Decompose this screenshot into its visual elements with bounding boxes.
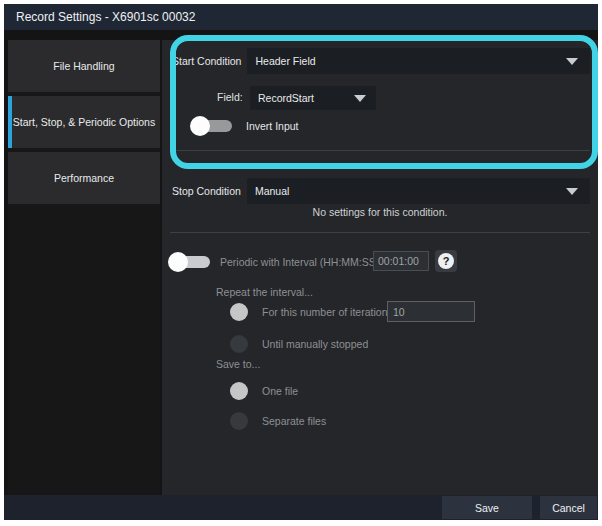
record-settings-dialog: Record Settings - X6901sc 00032 File Han… — [4, 4, 598, 520]
radio-separate-files[interactable] — [230, 412, 248, 430]
start-condition-dropdown[interactable]: Header Field — [247, 48, 590, 74]
radio-iterations-label: For this number of iterations — [262, 306, 393, 318]
toggle-knob — [190, 116, 210, 136]
chevron-down-icon — [566, 58, 578, 65]
stop-condition-label: Stop Condition — [170, 185, 247, 197]
radio-until-stopped[interactable] — [230, 335, 248, 353]
question-mark-icon: ? — [438, 253, 454, 269]
stop-condition-value: Manual — [247, 185, 289, 197]
radio-one-file-label: One file — [262, 385, 298, 397]
settings-panel: Start Condition Header Field Field: Reco… — [162, 40, 598, 495]
start-condition-row: Start Condition Header Field — [170, 48, 590, 74]
interval-input[interactable] — [373, 251, 429, 271]
sidebar: File Handling Start, Stop, & Periodic Op… — [8, 40, 160, 495]
iterations-input[interactable] — [387, 301, 475, 322]
periodic-interval-label: Periodic with Interval (HH:MM:SS): — [220, 256, 382, 268]
repeat-interval-label: Repeat the interval... — [216, 286, 313, 298]
no-settings-message: No settings for this condition. — [162, 206, 598, 218]
dialog-footer: Save Cancel — [4, 495, 598, 520]
invert-input-label: Invert Input — [246, 120, 299, 132]
sidebar-item-performance[interactable]: Performance — [8, 152, 160, 204]
start-condition-label: Start Condition — [170, 55, 247, 67]
toggle-knob — [168, 252, 188, 272]
start-condition-value: Header Field — [247, 55, 315, 67]
field-dropdown[interactable]: RecordStart — [250, 86, 376, 110]
radio-separate-files-label: Separate files — [262, 415, 326, 427]
sidebar-item-file-handling[interactable]: File Handling — [8, 40, 160, 92]
help-button[interactable]: ? — [435, 250, 457, 272]
sidebar-item-label: Performance — [54, 172, 114, 184]
radio-until-stopped-label: Until manually stopped — [262, 338, 368, 350]
sidebar-item-start-stop-periodic[interactable]: Start, Stop, & Periodic Options — [8, 96, 160, 148]
stop-condition-row: Stop Condition Manual — [170, 178, 590, 204]
invert-input-toggle[interactable] — [190, 116, 234, 136]
chevron-down-icon — [354, 95, 366, 102]
cancel-button[interactable]: Cancel — [540, 496, 597, 519]
radio-one-file[interactable] — [230, 382, 248, 400]
section-divider — [170, 150, 590, 151]
radio-iterations[interactable] — [230, 303, 248, 321]
field-value: RecordStart — [250, 92, 354, 104]
header-field-row: Field: RecordStart — [162, 86, 598, 110]
periodic-toggle[interactable] — [168, 252, 212, 272]
field-label: Field: — [217, 91, 243, 103]
section-divider — [170, 232, 590, 233]
save-button[interactable]: Save — [442, 496, 532, 519]
chevron-down-icon — [566, 188, 578, 195]
sidebar-item-label: Start, Stop, & Periodic Options — [13, 116, 155, 128]
stop-condition-dropdown[interactable]: Manual — [247, 178, 590, 204]
save-to-label: Save to... — [216, 358, 260, 370]
sidebar-item-label: File Handling — [53, 60, 114, 72]
dialog-title: Record Settings - X6901sc 00032 — [4, 4, 598, 30]
